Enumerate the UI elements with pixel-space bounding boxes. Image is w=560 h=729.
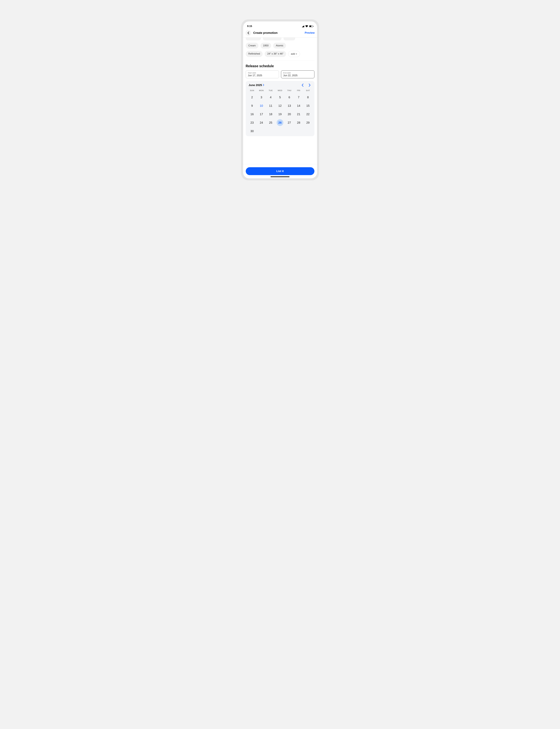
- calendar-day[interactable]: 11: [266, 102, 275, 110]
- calendar-empty: [257, 127, 266, 135]
- chevron-left-icon: [302, 84, 304, 87]
- calendar-day[interactable]: 13: [285, 102, 294, 110]
- chip[interactable]: 1950: [260, 43, 271, 49]
- calendar-day[interactable]: 3: [257, 93, 266, 102]
- calendar-day[interactable]: 5: [275, 93, 285, 102]
- calendar-header: June 2025: [247, 84, 313, 89]
- calendar-day[interactable]: 21: [294, 110, 303, 118]
- calendar-day[interactable]: 9: [247, 102, 257, 110]
- calendar-day[interactable]: 30: [247, 127, 257, 135]
- page-header: Create promotion Preview: [243, 28, 317, 37]
- chip[interactable]: Atomic: [273, 43, 286, 49]
- chip-row: Refinished 24" x 36" x 46" add +: [243, 51, 317, 57]
- calendar-day[interactable]: 12: [275, 102, 285, 110]
- calendar-grid: SUNMONTUEWEDTHUFRISAT2345678910111213141…: [247, 89, 313, 135]
- chip[interactable]: Refinished: [246, 51, 263, 57]
- calendar-day[interactable]: 25: [266, 118, 275, 127]
- calendar-day[interactable]: 7: [294, 93, 303, 102]
- calendar-day[interactable]: 10: [257, 102, 266, 110]
- calendar-day[interactable]: 8: [303, 93, 313, 102]
- preview-button[interactable]: Preview: [305, 31, 315, 34]
- phone-frame: 9:15 Create promotion Preview: [241, 19, 319, 180]
- wifi-icon: [305, 25, 308, 27]
- calendar-day[interactable]: 20: [285, 110, 294, 118]
- calendar-nav: [302, 84, 311, 87]
- list-it-button[interactable]: List it: [246, 167, 314, 175]
- chip[interactable]: Cream: [246, 43, 258, 49]
- chevron-right-icon: [263, 84, 264, 87]
- month-picker[interactable]: June 2025: [249, 84, 264, 87]
- chevron-left-icon: [247, 32, 249, 34]
- date-fields: Start date Jun 17, 2025 End date Jun 22,…: [243, 70, 317, 78]
- calendar-empty: [303, 127, 313, 135]
- calendar-day[interactable]: 4: [266, 93, 275, 102]
- end-date-value: Jun 22, 2025: [283, 74, 312, 77]
- battery-icon: [309, 25, 313, 27]
- chip[interactable]: Furniture: [246, 37, 261, 40]
- dow-label: SAT: [303, 89, 313, 93]
- calendar-empty: [294, 127, 303, 135]
- dow-label: SUN: [247, 89, 257, 93]
- dow-label: MON: [257, 89, 266, 93]
- home-indicator: [271, 176, 289, 177]
- calendar-day[interactable]: 15: [303, 102, 313, 110]
- calendar-day[interactable]: 6: [285, 93, 294, 102]
- chevron-right-icon: [309, 84, 311, 87]
- calendar-empty: [275, 127, 285, 135]
- calendar-day[interactable]: 23: [247, 118, 257, 127]
- calendar-day[interactable]: 14: [294, 102, 303, 110]
- dow-label: TUE: [266, 89, 275, 93]
- month-label: June 2025: [249, 84, 262, 87]
- calendar-day[interactable]: 2: [247, 93, 257, 102]
- calendar-empty: [266, 127, 275, 135]
- calendar-day[interactable]: 19: [275, 110, 285, 118]
- end-date-label: End date: [283, 72, 312, 74]
- screen: 9:15 Create promotion Preview: [243, 21, 317, 178]
- chip[interactable]: Mid Century: [263, 37, 282, 40]
- end-date-field[interactable]: End date Jun 22, 2025: [281, 70, 314, 78]
- add-chip-button[interactable]: add +: [288, 51, 300, 57]
- start-date-value: Jun 17, 2025: [248, 74, 277, 77]
- calendar-day[interactable]: 29: [303, 118, 313, 127]
- status-bar: 9:15: [243, 21, 317, 28]
- status-icons: [302, 25, 313, 27]
- calendar-panel: June 2025: [246, 81, 314, 136]
- status-time: 9:15: [247, 25, 252, 28]
- next-month-button[interactable]: [309, 84, 311, 87]
- calendar-day[interactable]: 17: [257, 110, 266, 118]
- chip[interactable]: Wood: [283, 37, 295, 40]
- calendar-day[interactable]: 18: [266, 110, 275, 118]
- back-button[interactable]: [245, 30, 251, 36]
- footer: List it: [243, 164, 317, 178]
- chip[interactable]: 24" x 36" x 46": [265, 51, 286, 57]
- dow-label: THU: [285, 89, 294, 93]
- chip-row: Cream 1950 Atomic: [243, 43, 317, 49]
- prev-month-button[interactable]: [302, 84, 304, 87]
- page-body: Furniture Mid Century Wood Cream 1950 At…: [243, 37, 317, 164]
- page-title: Create promotion: [253, 31, 278, 35]
- cellular-icon: [302, 25, 304, 27]
- start-date-label: Start date: [248, 72, 277, 74]
- calendar-day[interactable]: 22: [303, 110, 313, 118]
- calendar-day[interactable]: 27: [285, 118, 294, 127]
- start-date-field[interactable]: Start date Jun 17, 2025: [246, 70, 279, 78]
- dow-label: WED: [275, 89, 285, 93]
- chip-row-clipped: Furniture Mid Century Wood: [243, 37, 317, 40]
- dow-label: FRI: [294, 89, 303, 93]
- section-title-release: Release schedule: [243, 61, 317, 70]
- calendar-day[interactable]: 16: [247, 110, 257, 118]
- calendar-empty: [285, 127, 294, 135]
- calendar-day[interactable]: 28: [294, 118, 303, 127]
- calendar-day[interactable]: 24: [257, 118, 266, 127]
- calendar-day[interactable]: 26: [275, 118, 285, 127]
